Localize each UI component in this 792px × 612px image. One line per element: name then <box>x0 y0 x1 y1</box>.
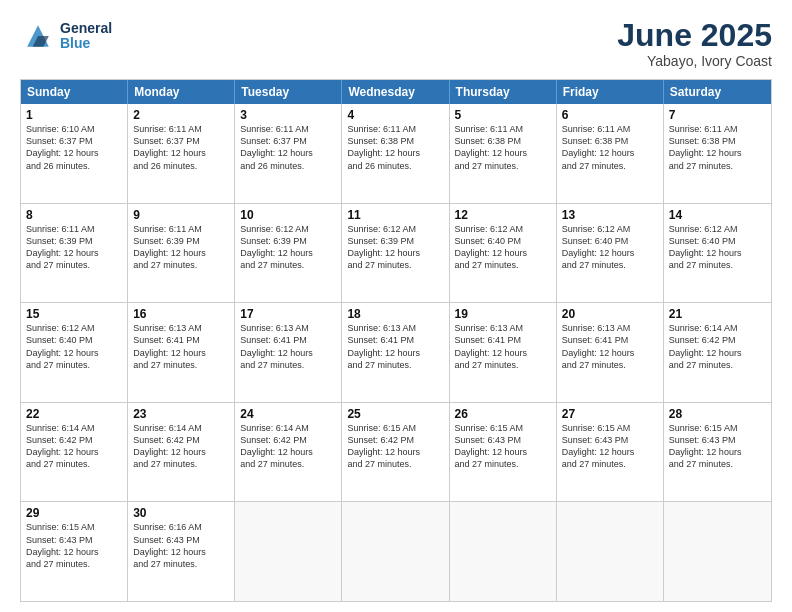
cell-text-30: Sunrise: 6:16 AMSunset: 6:43 PMDaylight:… <box>133 521 229 570</box>
day-num-16: 16 <box>133 307 229 321</box>
page: General Blue June 2025 Yabayo, Ivory Coa… <box>0 0 792 612</box>
cell-text-9: Sunrise: 6:11 AMSunset: 6:39 PMDaylight:… <box>133 223 229 272</box>
logo-blue-text: Blue <box>60 36 112 51</box>
cell-20: 20 Sunrise: 6:13 AMSunset: 6:41 PMDaylig… <box>557 303 664 402</box>
cell-text-12: Sunrise: 6:12 AMSunset: 6:40 PMDaylight:… <box>455 223 551 272</box>
cell-text-18: Sunrise: 6:13 AMSunset: 6:41 PMDaylight:… <box>347 322 443 371</box>
title-block: June 2025 Yabayo, Ivory Coast <box>617 18 772 69</box>
cell-19: 19 Sunrise: 6:13 AMSunset: 6:41 PMDaylig… <box>450 303 557 402</box>
main-title: June 2025 <box>617 18 772 53</box>
cell-14: 14 Sunrise: 6:12 AMSunset: 6:40 PMDaylig… <box>664 204 771 303</box>
day-num-24: 24 <box>240 407 336 421</box>
header-saturday: Saturday <box>664 80 771 104</box>
logo-general-text: General <box>60 21 112 36</box>
day-num-20: 20 <box>562 307 658 321</box>
cell-text-3: Sunrise: 6:11 AMSunset: 6:37 PMDaylight:… <box>240 123 336 172</box>
cell-17: 17 Sunrise: 6:13 AMSunset: 6:41 PMDaylig… <box>235 303 342 402</box>
cell-text-26: Sunrise: 6:15 AMSunset: 6:43 PMDaylight:… <box>455 422 551 471</box>
header-wednesday: Wednesday <box>342 80 449 104</box>
cal-row-4: 22 Sunrise: 6:14 AMSunset: 6:42 PMDaylig… <box>21 402 771 502</box>
cell-24: 24 Sunrise: 6:14 AMSunset: 6:42 PMDaylig… <box>235 403 342 502</box>
day-num-26: 26 <box>455 407 551 421</box>
cell-7: 7 Sunrise: 6:11 AMSunset: 6:38 PMDayligh… <box>664 104 771 203</box>
day-num-21: 21 <box>669 307 766 321</box>
cell-text-16: Sunrise: 6:13 AMSunset: 6:41 PMDaylight:… <box>133 322 229 371</box>
day-num-28: 28 <box>669 407 766 421</box>
cell-28: 28 Sunrise: 6:15 AMSunset: 6:43 PMDaylig… <box>664 403 771 502</box>
cell-text-29: Sunrise: 6:15 AMSunset: 6:43 PMDaylight:… <box>26 521 122 570</box>
cell-text-8: Sunrise: 6:11 AMSunset: 6:39 PMDaylight:… <box>26 223 122 272</box>
subtitle: Yabayo, Ivory Coast <box>617 53 772 69</box>
day-num-29: 29 <box>26 506 122 520</box>
cell-text-19: Sunrise: 6:13 AMSunset: 6:41 PMDaylight:… <box>455 322 551 371</box>
cell-21: 21 Sunrise: 6:14 AMSunset: 6:42 PMDaylig… <box>664 303 771 402</box>
logo: General Blue <box>20 18 112 54</box>
cell-18: 18 Sunrise: 6:13 AMSunset: 6:41 PMDaylig… <box>342 303 449 402</box>
cell-empty-3 <box>450 502 557 601</box>
day-num-15: 15 <box>26 307 122 321</box>
cell-text-15: Sunrise: 6:12 AMSunset: 6:40 PMDaylight:… <box>26 322 122 371</box>
cell-empty-1 <box>235 502 342 601</box>
day-num-27: 27 <box>562 407 658 421</box>
day-num-17: 17 <box>240 307 336 321</box>
cal-row-5: 29 Sunrise: 6:15 AMSunset: 6:43 PMDaylig… <box>21 501 771 601</box>
header-sunday: Sunday <box>21 80 128 104</box>
cell-text-28: Sunrise: 6:15 AMSunset: 6:43 PMDaylight:… <box>669 422 766 471</box>
cell-13: 13 Sunrise: 6:12 AMSunset: 6:40 PMDaylig… <box>557 204 664 303</box>
logo-label: General Blue <box>60 21 112 52</box>
day-num-6: 6 <box>562 108 658 122</box>
logo-icon <box>20 18 56 54</box>
cell-empty-5 <box>664 502 771 601</box>
day-num-12: 12 <box>455 208 551 222</box>
cell-3: 3 Sunrise: 6:11 AMSunset: 6:37 PMDayligh… <box>235 104 342 203</box>
cell-4: 4 Sunrise: 6:11 AMSunset: 6:38 PMDayligh… <box>342 104 449 203</box>
cell-29: 29 Sunrise: 6:15 AMSunset: 6:43 PMDaylig… <box>21 502 128 601</box>
cell-9: 9 Sunrise: 6:11 AMSunset: 6:39 PMDayligh… <box>128 204 235 303</box>
cell-1: 1 Sunrise: 6:10 AMSunset: 6:37 PMDayligh… <box>21 104 128 203</box>
cell-text-2: Sunrise: 6:11 AMSunset: 6:37 PMDaylight:… <box>133 123 229 172</box>
cell-16: 16 Sunrise: 6:13 AMSunset: 6:41 PMDaylig… <box>128 303 235 402</box>
header-friday: Friday <box>557 80 664 104</box>
header-tuesday: Tuesday <box>235 80 342 104</box>
day-num-30: 30 <box>133 506 229 520</box>
cell-15: 15 Sunrise: 6:12 AMSunset: 6:40 PMDaylig… <box>21 303 128 402</box>
header-thursday: Thursday <box>450 80 557 104</box>
day-num-7: 7 <box>669 108 766 122</box>
cell-text-23: Sunrise: 6:14 AMSunset: 6:42 PMDaylight:… <box>133 422 229 471</box>
cell-text-21: Sunrise: 6:14 AMSunset: 6:42 PMDaylight:… <box>669 322 766 371</box>
day-num-18: 18 <box>347 307 443 321</box>
cell-8: 8 Sunrise: 6:11 AMSunset: 6:39 PMDayligh… <box>21 204 128 303</box>
cell-empty-2 <box>342 502 449 601</box>
cell-empty-4 <box>557 502 664 601</box>
cell-text-25: Sunrise: 6:15 AMSunset: 6:42 PMDaylight:… <box>347 422 443 471</box>
day-num-14: 14 <box>669 208 766 222</box>
cell-text-14: Sunrise: 6:12 AMSunset: 6:40 PMDaylight:… <box>669 223 766 272</box>
day-num-3: 3 <box>240 108 336 122</box>
cell-10: 10 Sunrise: 6:12 AMSunset: 6:39 PMDaylig… <box>235 204 342 303</box>
cal-row-3: 15 Sunrise: 6:12 AMSunset: 6:40 PMDaylig… <box>21 302 771 402</box>
cell-text-6: Sunrise: 6:11 AMSunset: 6:38 PMDaylight:… <box>562 123 658 172</box>
day-num-13: 13 <box>562 208 658 222</box>
cell-text-10: Sunrise: 6:12 AMSunset: 6:39 PMDaylight:… <box>240 223 336 272</box>
cell-text-4: Sunrise: 6:11 AMSunset: 6:38 PMDaylight:… <box>347 123 443 172</box>
cal-row-2: 8 Sunrise: 6:11 AMSunset: 6:39 PMDayligh… <box>21 203 771 303</box>
cell-30: 30 Sunrise: 6:16 AMSunset: 6:43 PMDaylig… <box>128 502 235 601</box>
cell-22: 22 Sunrise: 6:14 AMSunset: 6:42 PMDaylig… <box>21 403 128 502</box>
day-num-2: 2 <box>133 108 229 122</box>
day-num-19: 19 <box>455 307 551 321</box>
day-num-22: 22 <box>26 407 122 421</box>
cell-text-20: Sunrise: 6:13 AMSunset: 6:41 PMDaylight:… <box>562 322 658 371</box>
day-num-10: 10 <box>240 208 336 222</box>
header-monday: Monday <box>128 80 235 104</box>
day-num-23: 23 <box>133 407 229 421</box>
cell-text-24: Sunrise: 6:14 AMSunset: 6:42 PMDaylight:… <box>240 422 336 471</box>
cell-26: 26 Sunrise: 6:15 AMSunset: 6:43 PMDaylig… <box>450 403 557 502</box>
cell-text-7: Sunrise: 6:11 AMSunset: 6:38 PMDaylight:… <box>669 123 766 172</box>
calendar: Sunday Monday Tuesday Wednesday Thursday… <box>20 79 772 602</box>
cell-12: 12 Sunrise: 6:12 AMSunset: 6:40 PMDaylig… <box>450 204 557 303</box>
day-num-9: 9 <box>133 208 229 222</box>
cell-2: 2 Sunrise: 6:11 AMSunset: 6:37 PMDayligh… <box>128 104 235 203</box>
calendar-header: Sunday Monday Tuesday Wednesday Thursday… <box>21 80 771 104</box>
cell-text-11: Sunrise: 6:12 AMSunset: 6:39 PMDaylight:… <box>347 223 443 272</box>
cell-5: 5 Sunrise: 6:11 AMSunset: 6:38 PMDayligh… <box>450 104 557 203</box>
